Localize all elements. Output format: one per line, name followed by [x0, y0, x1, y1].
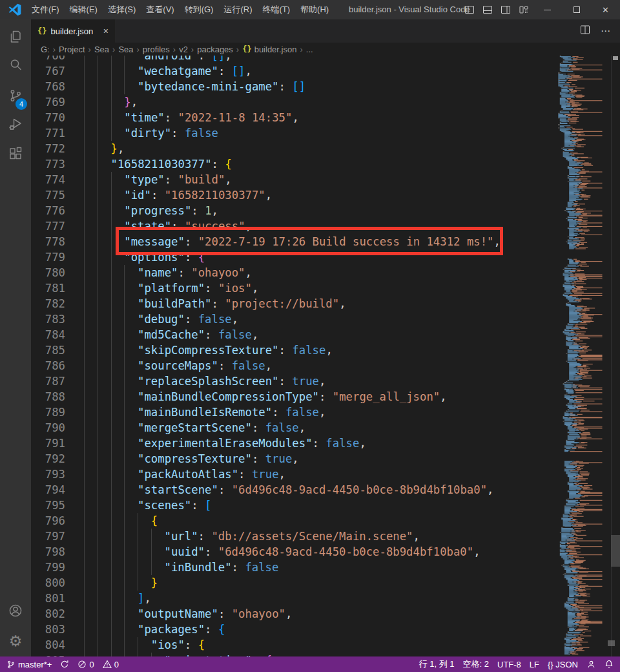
code-line-796[interactable]: 796{	[31, 513, 620, 529]
menu-go[interactable]: 转到(G)	[180, 0, 219, 19]
code-line-782[interactable]: 782"buildPath": "project://build",	[31, 296, 620, 311]
activitybar-explorer-icon[interactable]	[8, 29, 23, 45]
code-line-795[interactable]: 795"scenes": [	[31, 498, 620, 513]
indent-guide	[124, 404, 125, 420]
indent-guide	[111, 544, 112, 560]
indent-guide	[98, 606, 98, 622]
code-line-788[interactable]: 788"mainBundleCompressionType": "merge_a…	[31, 389, 620, 404]
code-line-789[interactable]: 789"mainBundleIsRemote": false,	[31, 404, 620, 420]
maximize-button[interactable]	[562, 0, 591, 19]
indent-guide	[111, 498, 112, 513]
code-editor[interactable]: 766"android": [],767"wechatgame": [],768…	[31, 56, 620, 656]
line-number: 781	[31, 280, 65, 296]
status-problems-errors[interactable]: 0	[78, 660, 94, 669]
code-line-802[interactable]: 802"outputName": "ohayoo",	[31, 606, 620, 622]
breadcrumb-item-drive[interactable]: G:	[41, 45, 50, 54]
code-line-780[interactable]: 780"name": "ohayoo",	[31, 265, 620, 280]
status-eol[interactable]: LF	[530, 660, 539, 669]
line-number: 789	[31, 404, 65, 420]
code-line-804[interactable]: 804"ios": {	[31, 637, 620, 653]
code-line-803[interactable]: 803"packages": {	[31, 622, 620, 637]
code-line-768[interactable]: 768"bytedance-mini-game": []	[31, 79, 620, 94]
customize-layout-icon[interactable]	[515, 0, 533, 19]
status-encoding[interactable]: UTF-8	[497, 660, 521, 669]
code-line-792[interactable]: 792"compressTexture": true,	[31, 451, 620, 467]
minimap[interactable]	[555, 56, 611, 656]
status-language-mode[interactable]: {} JSON	[548, 660, 578, 669]
code-line-791[interactable]: 791"experimentalEraseModules": false,	[31, 436, 620, 451]
tab-builder-json[interactable]: {} builder.json ×	[31, 19, 115, 43]
menu-view[interactable]: 查看(V)	[141, 0, 179, 19]
code-line-797[interactable]: 797"url": "db://assets/Scene/Main.scene"…	[31, 529, 620, 544]
toggle-panel-icon[interactable]	[479, 0, 497, 19]
code-line-776[interactable]: 776"progress": 1,	[31, 203, 620, 218]
code-line-777[interactable]: 777"state": "success",	[31, 218, 620, 234]
code-line-783[interactable]: 783"debug": false,	[31, 311, 620, 327]
status-notifications[interactable]	[604, 660, 614, 669]
breadcrumb-item-packages[interactable]: packages	[197, 45, 233, 54]
feedback-icon	[586, 660, 596, 669]
code-line-786[interactable]: 786"sourceMaps": false,	[31, 358, 620, 373]
code-line-805[interactable]: 805"orientation": {	[31, 653, 620, 656]
code-line-774[interactable]: 774"type": "build",	[31, 172, 620, 187]
activitybar-run-and-debug-icon[interactable]	[8, 116, 23, 132]
code-line-784[interactable]: 784"md5Cache": false,	[31, 327, 620, 342]
breadcrumb-item-project[interactable]: Project	[59, 45, 85, 54]
code-line-767[interactable]: 767"wechatgame": [],	[31, 63, 620, 79]
close-button[interactable]: ✕	[591, 0, 620, 19]
line-number: 776	[31, 203, 65, 218]
breadcrumb-item-v2[interactable]: v2	[179, 45, 188, 54]
toggle-sidebar-icon[interactable]	[460, 0, 479, 19]
menu-file[interactable]: 文件(F)	[26, 0, 65, 19]
menu-edit[interactable]: 编辑(E)	[65, 0, 103, 19]
indent-guide	[98, 342, 98, 358]
breadcrumb-item-more[interactable]: ...	[306, 45, 313, 54]
menu-selection[interactable]: 选择(S)	[103, 0, 141, 19]
status-sync[interactable]	[60, 660, 69, 669]
activitybar-search-icon[interactable]	[8, 57, 23, 72]
toggle-secondary-sidebar-icon[interactable]	[497, 0, 515, 19]
breadcrumb-item-profiles[interactable]: profiles	[143, 45, 170, 54]
breadcrumb-item-sea2[interactable]: Sea	[118, 45, 133, 54]
code-line-775[interactable]: 775"id": "1658211030377",	[31, 187, 620, 203]
breadcrumb-item-sea1[interactable]: Sea	[94, 45, 109, 54]
code-line-779[interactable]: 779"options": {	[31, 249, 620, 265]
code-line-766[interactable]: 766"android": [],	[31, 56, 620, 63]
code-line-798[interactable]: 798"uuid": "6d496c48-9acd-4450-b0ce-8b9d…	[31, 544, 620, 560]
breadcrumb-item-file[interactable]: {}builder.json	[242, 45, 296, 54]
code-line-799[interactable]: 799"inBundle": false	[31, 560, 620, 575]
code-line-772[interactable]: 772},	[31, 141, 620, 156]
more-actions-icon[interactable]: ⋯	[601, 25, 611, 37]
code-line-770[interactable]: 770"time": "2022-11-8 14:35",	[31, 110, 620, 125]
code-line-773[interactable]: 773"1658211030377": {	[31, 156, 620, 172]
minimize-button[interactable]	[533, 0, 562, 19]
code-line-787[interactable]: 787"replaceSplashScreen": true,	[31, 373, 620, 389]
code-line-790[interactable]: 790"mergeStartScene": false,	[31, 420, 620, 436]
menu-terminal[interactable]: 终端(T)	[257, 0, 295, 19]
code-line-781[interactable]: 781"platform": "ios",	[31, 280, 620, 296]
indent-guide	[111, 342, 112, 358]
status-scm-branch[interactable]: master*+	[6, 660, 52, 669]
status-feedback[interactable]	[586, 660, 596, 669]
code-line-794[interactable]: 794"startScene": "6d496c48-9acd-4450-b0c…	[31, 482, 620, 498]
activitybar-settings-icon[interactable]: ⚙	[8, 633, 23, 649]
menu-run[interactable]: 运行(R)	[218, 0, 257, 19]
code-line-778[interactable]: 778"message": "2022-7-19 17:26 Build suc…	[31, 234, 620, 249]
indent-guide	[98, 404, 98, 420]
menu-help[interactable]: 帮助(H)	[295, 0, 334, 19]
code-line-801[interactable]: 801],	[31, 591, 620, 606]
status-cursor-position[interactable]: 行 1, 列 1	[419, 658, 455, 670]
activitybar-extensions-icon[interactable]	[8, 146, 23, 162]
split-editor-icon[interactable]	[580, 25, 590, 37]
status-problems-warnings[interactable]: 0	[103, 660, 119, 669]
code-line-800[interactable]: 800}	[31, 575, 620, 591]
status-indentation[interactable]: 空格: 2	[463, 658, 489, 670]
code-line-793[interactable]: 793"packAutoAtlas": true,	[31, 467, 620, 482]
vertical-scrollbar-thumb[interactable]	[611, 535, 620, 567]
indent-guide	[84, 218, 85, 234]
activitybar-accounts-icon[interactable]	[8, 603, 23, 618]
tab-close-icon[interactable]: ×	[103, 26, 108, 36]
code-line-785[interactable]: 785"skipCompressTexture": false,	[31, 342, 620, 358]
code-line-771[interactable]: 771"dirty": false	[31, 125, 620, 141]
code-line-769[interactable]: 769},	[31, 94, 620, 110]
